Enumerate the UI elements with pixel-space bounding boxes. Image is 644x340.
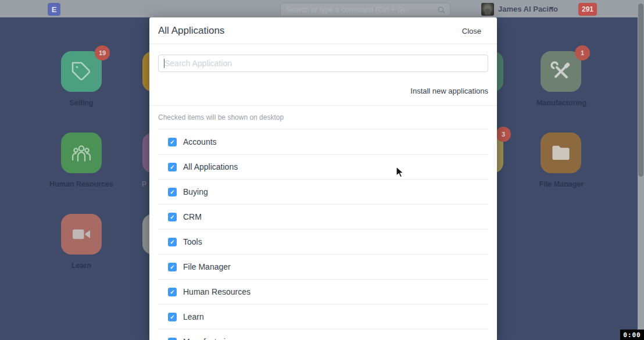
tools-icon: [550, 60, 572, 83]
checklist-row-human-resources[interactable]: Human Resources: [158, 280, 488, 305]
checklist-row-learn[interactable]: Learn: [158, 305, 488, 330]
checkbox-checked-icon[interactable]: [168, 288, 177, 296]
divider: [149, 105, 497, 106]
application-search-input[interactable]: [158, 55, 488, 72]
checklist-row-accounts[interactable]: Accounts: [158, 130, 488, 155]
checked-items-hint: Checked items will be shown on desktop: [158, 113, 488, 121]
checkbox-checked-icon[interactable]: [168, 263, 177, 271]
checkbox-checked-icon[interactable]: [168, 313, 177, 321]
checklist-row-crm[interactable]: CRM: [158, 205, 488, 230]
page-scrollbar[interactable]: [638, 0, 644, 340]
checklist-label: CRM: [183, 212, 202, 221]
application-search: [158, 55, 488, 72]
global-search-input[interactable]: [281, 3, 450, 16]
recording-timer: 0:00: [620, 330, 644, 340]
people-icon: [70, 142, 92, 164]
close-button[interactable]: Close: [462, 27, 481, 35]
install-row: Install new applications: [158, 85, 488, 96]
checklist-row-all-applications[interactable]: All Applications: [158, 155, 488, 180]
selling-count-badge: 19: [95, 45, 110, 60]
dialog-title: All Applications: [158, 25, 224, 37]
checklist-row-file-manager[interactable]: File Manager: [158, 255, 488, 280]
checkbox-checked-icon[interactable]: [168, 138, 177, 146]
global-search: [280, 3, 450, 16]
checklist-label: Human Resources: [183, 287, 251, 296]
checklist-label: Learn: [183, 312, 204, 321]
chevron-down-icon: [549, 7, 554, 10]
screen: E James Al Pacino 291 19 Selling: [0, 0, 644, 340]
folder-icon: [550, 142, 572, 164]
search-icon: [437, 6, 446, 15]
tag-icon: [71, 61, 92, 82]
top-navbar: E James Al Pacino 291: [0, 0, 644, 17]
checklist-label: Manufacturing: [183, 337, 235, 340]
desktop-label-selling: Selling: [23, 99, 139, 107]
checklist-row-tools[interactable]: Tools: [158, 230, 488, 255]
scrollbar-thumb[interactable]: [638, 3, 643, 177]
checklist-label: Buying: [183, 187, 208, 196]
desktop-label-learn: Learn: [23, 262, 139, 270]
manufacturing-count-badge: 1: [575, 45, 590, 60]
video-camera-icon: [71, 224, 92, 245]
notification-count-badge[interactable]: 291: [578, 3, 597, 16]
install-new-applications-link[interactable]: Install new applications: [410, 87, 488, 95]
user-avatar[interactable]: [481, 3, 494, 16]
desktop-icon-human-resources[interactable]: [61, 133, 102, 173]
checklist-label: File Manager: [183, 262, 231, 271]
checkbox-checked-icon[interactable]: [168, 213, 177, 221]
checkbox-checked-icon[interactable]: [168, 338, 177, 340]
checklist-row-buying[interactable]: Buying: [158, 180, 488, 205]
checklist-label: Tools: [183, 237, 202, 246]
desktop-icon-file-manager[interactable]: [541, 133, 581, 173]
app-logo[interactable]: E: [48, 3, 60, 16]
application-checklist: Accounts All Applications Buying CRM Too…: [158, 129, 488, 340]
desktop-icon-manufacturing[interactable]: [541, 51, 581, 92]
text-cursor: [164, 59, 164, 68]
hidden-khaki-count-badge: 3: [496, 127, 511, 142]
desktop-label-manufacturing: Manufacturing: [503, 99, 620, 107]
checkbox-checked-icon[interactable]: [168, 163, 177, 171]
checklist-label: Accounts: [183, 137, 217, 146]
desktop-icon-learn[interactable]: [61, 214, 102, 255]
mouse-cursor: [396, 166, 407, 179]
checkbox-checked-icon[interactable]: [168, 238, 177, 246]
all-applications-dialog: All Applications Close Install new appli…: [149, 17, 497, 340]
desktop-label-file-manager: File Manager: [503, 180, 620, 188]
checklist-label: All Applications: [183, 162, 238, 171]
checkbox-checked-icon[interactable]: [168, 188, 177, 196]
checklist-row-manufacturing[interactable]: Manufacturing: [158, 330, 488, 340]
dialog-header: All Applications Close: [149, 17, 497, 44]
